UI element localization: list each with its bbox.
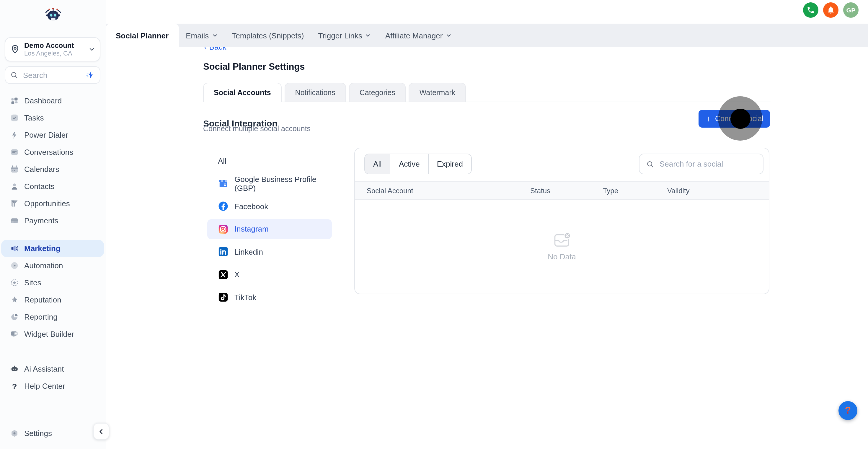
column-header-social-account: Social Account bbox=[367, 186, 530, 194]
platform-label: X bbox=[235, 270, 240, 279]
filter-expired[interactable]: Expired bbox=[428, 154, 471, 174]
sidebar-item-label: Contacts bbox=[24, 182, 55, 191]
platform-filter-instagram[interactable]: Instagram bbox=[207, 219, 332, 239]
chevron-left-icon bbox=[98, 428, 104, 435]
facebook-icon bbox=[218, 201, 228, 211]
platform-filter-linkedin[interactable]: Linkedin bbox=[207, 242, 332, 262]
sidebar-item-marketing[interactable]: Marketing bbox=[1, 240, 104, 257]
nav-tab-social-planner[interactable]: Social Planner bbox=[106, 24, 179, 47]
no-data-icon bbox=[554, 232, 570, 247]
platform-filter-list: AllGGoogle Business Profile (GBP)Faceboo… bbox=[207, 151, 332, 310]
nav-tab-templates-snippets[interactable]: Templates (Snippets) bbox=[225, 24, 311, 47]
contacts-icon bbox=[10, 182, 19, 191]
tab-watermark[interactable]: Watermark bbox=[409, 83, 466, 101]
filter-active[interactable]: Active bbox=[390, 154, 428, 174]
notifications-button[interactable] bbox=[823, 2, 838, 18]
avatar-initials: GP bbox=[846, 6, 855, 13]
sidebar-item-label: Widget Builder bbox=[24, 330, 74, 338]
sidebar-collapse-button[interactable] bbox=[93, 423, 109, 440]
power-dialer-icon bbox=[10, 130, 19, 140]
opportunities-icon bbox=[10, 199, 19, 208]
nav-tab-label: Templates (Snippets) bbox=[232, 31, 304, 40]
connect-social-button[interactable]: Connect social bbox=[699, 110, 770, 128]
chevron-down-icon bbox=[89, 46, 95, 53]
platform-filter-tiktok[interactable]: TikTok bbox=[207, 287, 332, 307]
sidebar-item-sites[interactable]: Sites bbox=[0, 274, 105, 291]
sidebar-search bbox=[5, 66, 100, 84]
quick-actions-bolt-icon[interactable] bbox=[86, 70, 95, 80]
conversations-icon bbox=[10, 148, 19, 156]
location-selector-text: Demo Account Los Angeles, CA bbox=[24, 41, 85, 57]
sidebar-item-contacts[interactable]: Contacts bbox=[0, 178, 105, 195]
platform-filter-all[interactable]: All bbox=[207, 151, 332, 171]
sidebar-item-dashboard[interactable]: Dashboard bbox=[0, 92, 105, 109]
sidebar-item-automation[interactable]: Automation bbox=[0, 257, 105, 274]
sidebar-item-label: Help Center bbox=[24, 382, 65, 390]
phone-button[interactable] bbox=[803, 2, 818, 18]
tab-categories[interactable]: Categories bbox=[349, 83, 406, 101]
chevron-left-glyph: ‹ bbox=[204, 47, 207, 51]
location-selector[interactable]: Demo Account Los Angeles, CA bbox=[5, 37, 100, 61]
tab-label: Watermark bbox=[420, 88, 455, 97]
sidebar-item-help-center[interactable]: ?Help Center bbox=[0, 378, 105, 395]
top-strip: GP bbox=[106, 0, 868, 24]
sidebar-item-label: Dashboard bbox=[24, 96, 62, 105]
sidebar-item-opportunities[interactable]: Opportunities bbox=[0, 195, 105, 212]
calendars-icon bbox=[10, 165, 19, 174]
sidebar-item-conversations[interactable]: Conversations bbox=[0, 144, 105, 161]
sidebar-search-input[interactable] bbox=[22, 70, 82, 80]
bell-icon bbox=[827, 6, 835, 14]
sidebar-item-settings[interactable]: Settings bbox=[0, 425, 105, 441]
app: Demo Account Los Angeles, CA DashboardTa… bbox=[0, 0, 868, 449]
sidebar-item-widget-builder[interactable]: Widget Builder bbox=[0, 326, 105, 343]
phone-icon bbox=[807, 6, 815, 14]
sites-icon bbox=[10, 278, 19, 287]
settings-gear-icon bbox=[10, 429, 19, 438]
nav-tab-affiliate-manager[interactable]: Affiliate Manager bbox=[378, 24, 459, 47]
sidebar-item-reporting[interactable]: Reporting bbox=[0, 308, 105, 326]
sidebar-menu-footer: Ai Assistant?Help Center bbox=[0, 360, 105, 395]
sidebar-item-calendars[interactable]: Calendars bbox=[0, 161, 105, 178]
sidebar-item-tasks[interactable]: Tasks bbox=[0, 109, 105, 126]
avatar[interactable]: GP bbox=[843, 2, 859, 18]
sidebar-item-label: Sites bbox=[24, 278, 41, 287]
sidebar-item-label: Reporting bbox=[24, 312, 58, 321]
reporting-icon bbox=[10, 312, 19, 321]
back-link[interactable]: ‹ Back bbox=[204, 47, 226, 51]
brand-robot-logo bbox=[0, 6, 106, 24]
sidebar-item-payments[interactable]: Payments bbox=[0, 212, 105, 229]
social-search-input[interactable] bbox=[658, 159, 756, 169]
question-mark-glyph: ? bbox=[845, 405, 851, 417]
widget-builder-icon bbox=[10, 330, 19, 338]
gbp-icon: G bbox=[218, 178, 228, 189]
sidebar-menu-primary: DashboardTasksPower DialerConversationsC… bbox=[0, 92, 105, 229]
search-icon bbox=[10, 71, 18, 79]
nav-tab-emails[interactable]: Emails bbox=[179, 24, 225, 47]
tab-label: Social Accounts bbox=[214, 89, 271, 97]
tab-notifications[interactable]: Notifications bbox=[285, 83, 346, 101]
tab-social-accounts[interactable]: Social Accounts bbox=[203, 83, 282, 102]
page-title: Social Planner Settings bbox=[203, 62, 305, 72]
sidebar-divider bbox=[0, 353, 105, 353]
content-area: ‹ Back Social Planner Settings Social Ac… bbox=[106, 47, 868, 449]
marketing-subnav: Social PlannerEmailsTemplates (Snippets)… bbox=[106, 24, 868, 47]
automation-icon bbox=[10, 261, 19, 270]
sidebar-item-label: Tasks bbox=[24, 114, 44, 122]
svg-text:G: G bbox=[224, 183, 225, 185]
reputation-icon bbox=[10, 295, 19, 304]
chevron-down-icon bbox=[445, 32, 452, 38]
ai-assistant-icon bbox=[10, 364, 19, 373]
platform-filter-google-business-profile-gbp[interactable]: GGoogle Business Profile (GBP) bbox=[207, 173, 332, 193]
sidebar-item-power-dialer[interactable]: Power Dialer bbox=[0, 126, 105, 144]
nav-tab-label: Trigger Links bbox=[318, 31, 362, 40]
platform-filter-facebook[interactable]: Facebook bbox=[207, 196, 332, 216]
sidebar-item-reputation[interactable]: Reputation bbox=[0, 291, 105, 308]
account-name: Demo Account bbox=[24, 41, 85, 50]
sidebar-item-ai-assistant[interactable]: Ai Assistant bbox=[0, 360, 105, 378]
back-label: Back bbox=[209, 47, 226, 51]
filter-all[interactable]: All bbox=[365, 154, 390, 174]
nav-tab-trigger-links[interactable]: Trigger Links bbox=[311, 24, 378, 47]
platform-filter-x[interactable]: X bbox=[207, 264, 332, 285]
plus-icon bbox=[705, 116, 712, 122]
help-button[interactable]: ? bbox=[838, 401, 857, 420]
